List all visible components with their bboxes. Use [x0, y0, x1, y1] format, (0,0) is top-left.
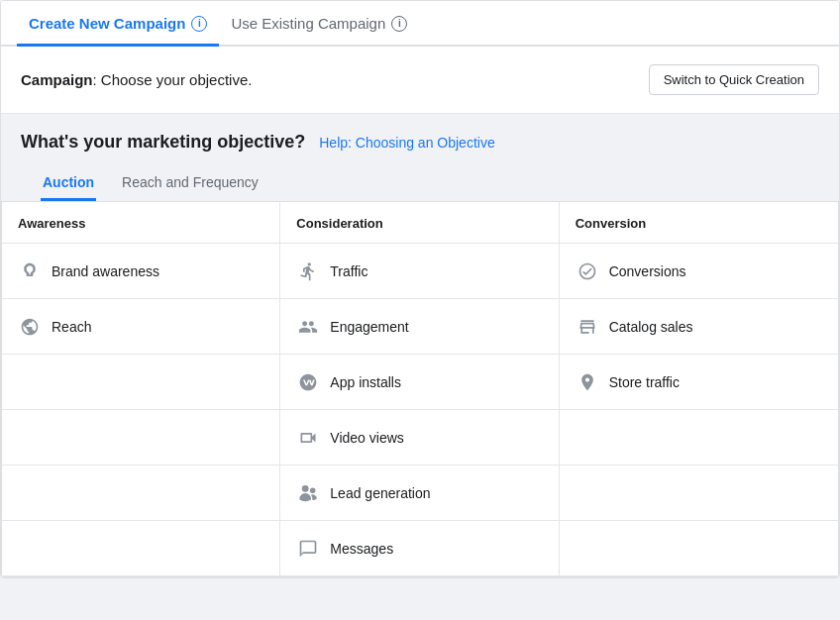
top-tab-bar: Create New Campaign i Use Existing Campa… — [1, 1, 839, 47]
help-link[interactable]: Help: Choosing an Objective — [319, 135, 494, 151]
switch-quick-creation-button[interactable]: Switch to Quick Creation — [649, 64, 819, 95]
tab-reach-frequency-label: Reach and Frequency — [122, 174, 259, 190]
empty-row — [560, 521, 838, 576]
consideration-column: Traffic Engagement App installs — [280, 244, 559, 576]
empty-row — [2, 521, 279, 576]
col-header-conversion: Conversion — [560, 202, 838, 244]
empty-row — [2, 465, 279, 521]
create-new-info-icon[interactable]: i — [191, 16, 207, 32]
grid-body: Brand awareness Reach — [2, 244, 838, 576]
conversions-icon — [576, 259, 599, 283]
campaign-label-bold: Campaign — [21, 71, 93, 88]
list-item[interactable]: Lead generation — [280, 465, 558, 521]
traffic-label: Traffic — [330, 263, 368, 279]
marketing-section: What's your marketing objective? Help: C… — [1, 114, 839, 201]
tab-use-existing-label: Use Existing Campaign — [231, 15, 385, 32]
video-views-label: Video views — [330, 430, 403, 446]
col-header-consideration: Consideration — [280, 202, 559, 244]
lead-generation-label: Lead generation — [330, 485, 430, 501]
col-header-awareness: Awareness — [2, 202, 280, 244]
list-item[interactable]: Traffic — [280, 244, 558, 299]
marketing-objective-row: What's your marketing objective? Help: C… — [21, 132, 819, 153]
tab-create-new-label: Create New Campaign — [29, 15, 185, 32]
tab-auction-label: Auction — [43, 174, 94, 190]
list-item[interactable]: Brand awareness — [2, 244, 279, 299]
list-item[interactable]: Conversions — [560, 244, 838, 299]
store-traffic-icon — [576, 370, 599, 394]
reach-label: Reach — [52, 319, 91, 335]
reach-icon — [18, 315, 42, 339]
list-item[interactable]: Store traffic — [560, 355, 838, 410]
traffic-icon — [296, 259, 320, 283]
auction-tab-bar: Auction Reach and Frequency — [21, 153, 819, 201]
tab-reach-frequency[interactable]: Reach and Frequency — [120, 166, 261, 201]
list-item[interactable]: Engagement — [280, 299, 558, 355]
list-item[interactable]: Reach — [2, 299, 279, 355]
empty-row — [560, 465, 838, 521]
brand-awareness-icon — [18, 259, 42, 283]
conversions-label: Conversions — [609, 263, 686, 279]
main-container: Create New Campaign i Use Existing Campa… — [0, 0, 840, 578]
lead-generation-icon — [296, 481, 320, 505]
campaign-header: Campaign: Choose your objective. Switch … — [1, 47, 839, 114]
awareness-column: Brand awareness Reach — [2, 244, 280, 576]
app-installs-label: App installs — [330, 374, 401, 390]
column-headers: Awareness Consideration Conversion — [2, 202, 838, 244]
tab-auction[interactable]: Auction — [41, 166, 96, 201]
list-item[interactable]: App installs — [280, 355, 558, 410]
messages-label: Messages — [330, 541, 393, 557]
engagement-label: Engagement — [330, 319, 408, 335]
tab-use-existing[interactable]: Use Existing Campaign i — [219, 1, 419, 47]
list-item[interactable]: Catalog sales — [560, 299, 838, 355]
app-installs-icon — [296, 370, 320, 394]
tab-create-new[interactable]: Create New Campaign i — [17, 1, 219, 47]
messages-icon — [296, 537, 320, 561]
marketing-title: What's your marketing objective? — [21, 132, 305, 152]
video-views-icon — [296, 426, 320, 450]
empty-row — [2, 355, 279, 410]
empty-row — [560, 410, 838, 465]
campaign-title: Campaign: Choose your objective. — [21, 71, 252, 88]
engagement-icon — [296, 315, 320, 339]
list-item[interactable]: Video views — [280, 410, 558, 465]
list-item[interactable]: Messages — [280, 521, 558, 576]
conversion-column: Conversions Catalog sales Store traffic — [560, 244, 838, 576]
objectives-table: Awareness Consideration Conversion Brand… — [1, 201, 839, 577]
store-traffic-label: Store traffic — [609, 374, 680, 390]
catalog-sales-label: Catalog sales — [609, 319, 693, 335]
use-existing-info-icon[interactable]: i — [391, 16, 407, 32]
empty-row — [2, 410, 279, 465]
campaign-label-rest: : Choose your objective. — [93, 71, 253, 88]
brand-awareness-label: Brand awareness — [52, 263, 159, 279]
catalog-sales-icon — [576, 315, 599, 339]
